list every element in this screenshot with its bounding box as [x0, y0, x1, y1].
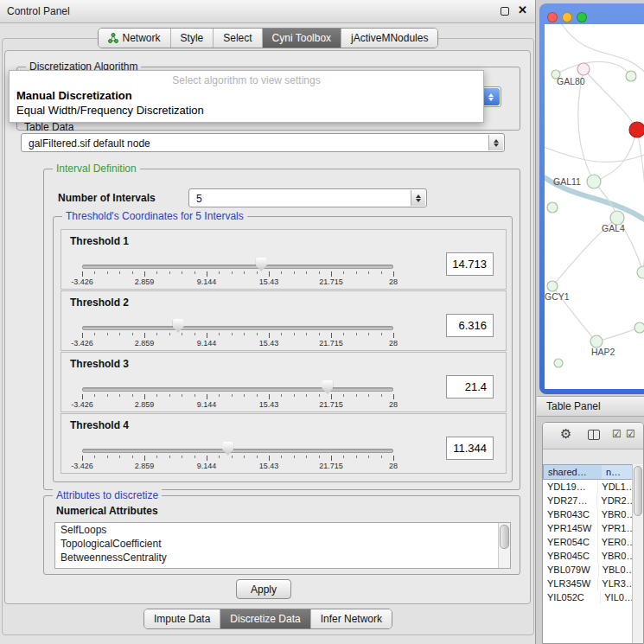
threshold-1-value[interactable]: 14.713	[446, 252, 494, 276]
network-icon	[108, 33, 118, 43]
slider-tick	[94, 456, 95, 458]
apply-button[interactable]: Apply	[236, 579, 291, 599]
slider-tick	[144, 456, 145, 461]
number-of-intervals-select[interactable]: 5	[188, 188, 427, 207]
threshold-4-slider[interactable]: -3.4262.8599.14415.4321.71528	[82, 443, 393, 471]
scrollbar-thumb[interactable]	[634, 466, 642, 516]
threshold-2-panel: Threshold 2 -3.4262.8599.14415.4321.7152…	[61, 290, 507, 351]
threshold-4-value[interactable]: 11.344	[446, 437, 494, 460]
numerical-attributes-label: Numerical Attributes	[56, 505, 158, 517]
network-node[interactable]	[577, 63, 590, 75]
attribute-item[interactable]: SelfLoops	[55, 523, 510, 537]
select-none-checkbox-icon[interactable]: ☑	[626, 428, 635, 440]
table-row[interactable]: YDL19…YDL1…	[543, 480, 633, 494]
slider-thumb[interactable]	[322, 380, 333, 394]
network-graph: GAL80GAL11GAL4GCY1HAP2	[545, 24, 644, 389]
network-node[interactable]	[547, 281, 558, 291]
minimize-window-button[interactable]	[562, 12, 572, 22]
slider-track[interactable]	[82, 387, 393, 392]
panel-tab-bar: Network Style Select Cyni Toolbox jActiv…	[0, 28, 536, 48]
table-row[interactable]: YBR045CYBR0…	[543, 549, 633, 563]
close-panel-icon[interactable]: ✕	[518, 3, 527, 16]
cell-shared-name: YPR145W	[543, 521, 598, 535]
slider-thumb[interactable]	[173, 319, 184, 333]
dropdown-option-equal-width-frequency[interactable]: Equal Width/Frequency Discretization	[10, 103, 483, 118]
network-edge[interactable]	[596, 328, 640, 341]
table-row[interactable]: YLR345WYLR3…	[543, 577, 633, 590]
slider-tick	[82, 394, 83, 399]
slider-tick	[94, 333, 95, 335]
tab-infer-network[interactable]: Infer Network	[310, 609, 392, 628]
table-scrollbar[interactable]	[632, 464, 643, 643]
tab-impute-data[interactable]: Impute Data	[144, 609, 220, 628]
table-row[interactable]: YBL079WYBL0…	[543, 563, 633, 577]
network-node[interactable]	[554, 359, 563, 367]
network-edge[interactable]	[556, 61, 631, 76]
table-row[interactable]: YPR145WYPR1…	[543, 521, 633, 535]
zoom-window-button[interactable]	[577, 12, 587, 22]
slider-tick	[381, 333, 382, 335]
select-all-checkbox-icon[interactable]: ☑	[612, 428, 622, 440]
dropdown-option-manual-discretization[interactable]: Manual Discretization	[10, 88, 483, 103]
table-data-select[interactable]: galFiltered.sif default node	[21, 133, 505, 152]
slider-track[interactable]	[82, 265, 393, 269]
threshold-2-slider[interactable]: -3.4262.8599.14415.4321.71528	[82, 321, 393, 348]
settings-gear-icon[interactable]: ⚙	[560, 426, 571, 442]
slider-tick	[356, 271, 357, 274]
slider-tick	[156, 333, 157, 335]
slider-track[interactable]	[82, 326, 393, 330]
network-edge[interactable]	[545, 145, 644, 162]
slider-tick	[169, 333, 170, 335]
table-row[interactable]: YDR27…YDR2…	[543, 494, 633, 507]
network-node[interactable]	[587, 175, 601, 188]
threshold-2-value[interactable]: 6.316	[446, 314, 494, 337]
network-edge[interactable]	[637, 130, 644, 272]
slider-scale-label: 21.715	[319, 277, 343, 286]
tab-select[interactable]: Select	[213, 29, 261, 48]
tab-network[interactable]: Network	[99, 29, 170, 48]
slider-track[interactable]	[82, 449, 393, 453]
numerical-attributes-list[interactable]: SelfLoopsTopologicalCoefficientBetweenne…	[54, 522, 511, 569]
close-window-button[interactable]	[547, 12, 558, 22]
column-header-shared-name[interactable]: shared…	[543, 464, 603, 480]
table-row[interactable]: YIL052CYIL0…	[543, 590, 633, 604]
list-scrollbar[interactable]	[498, 523, 510, 568]
network-node[interactable]	[637, 266, 644, 278]
slider-scale-label: -3.426	[71, 277, 93, 286]
table-body: YDL19…YDL1…YDR27…YDR2…YBR043CYBR0…YPR145…	[543, 480, 633, 643]
attribute-item[interactable]: BetweennessCentrality	[55, 551, 510, 564]
slider-tick	[207, 333, 207, 338]
attribute-item[interactable]: TopologicalCoefficient	[55, 537, 510, 551]
threshold-3-slider[interactable]: -3.4262.8599.14415.4321.71528	[82, 382, 393, 410]
tab-discretize-data[interactable]: Discretize Data	[220, 609, 309, 628]
tab-jactivemodules[interactable]: jActiveMNodules	[341, 29, 437, 48]
column-header-name[interactable]: n…	[602, 464, 634, 480]
combo-arrows-icon	[488, 135, 503, 150]
combo-arrows-icon	[411, 190, 425, 206]
table-row[interactable]: YBR043CYBR0…	[543, 507, 633, 521]
scrollbar-thumb[interactable]	[500, 525, 509, 549]
network-node[interactable]	[590, 335, 603, 348]
slider-tick	[156, 394, 157, 397]
slider-tick	[269, 271, 270, 277]
threshold-3-value[interactable]: 21.4	[446, 375, 494, 399]
slider-tick	[356, 394, 357, 397]
slider-thumb[interactable]	[256, 258, 267, 271]
network-node[interactable]	[629, 122, 644, 137]
slider-thumb[interactable]	[222, 442, 233, 456]
threshold-1-slider[interactable]: -3.4262.8599.14415.4321.71528	[82, 259, 393, 287]
slider-tick	[194, 333, 195, 335]
network-node-label: GCY1	[545, 291, 570, 302]
tab-cyni-toolbox[interactable]: Cyni Toolbox	[262, 29, 341, 48]
column-selector-icon[interactable]	[588, 430, 600, 440]
float-panel-icon[interactable]	[501, 7, 509, 16]
tab-style[interactable]: Style	[170, 29, 214, 48]
table-row[interactable]: YER054CYER0…	[543, 535, 633, 549]
network-node[interactable]	[626, 71, 636, 81]
network-edge[interactable]	[562, 24, 644, 74]
network-node[interactable]	[547, 202, 558, 213]
network-edge[interactable]	[594, 130, 637, 182]
slider-tick	[257, 394, 258, 397]
network-canvas[interactable]: GAL80GAL11GAL4GCY1HAP2	[545, 24, 644, 389]
network-node[interactable]	[634, 322, 644, 333]
